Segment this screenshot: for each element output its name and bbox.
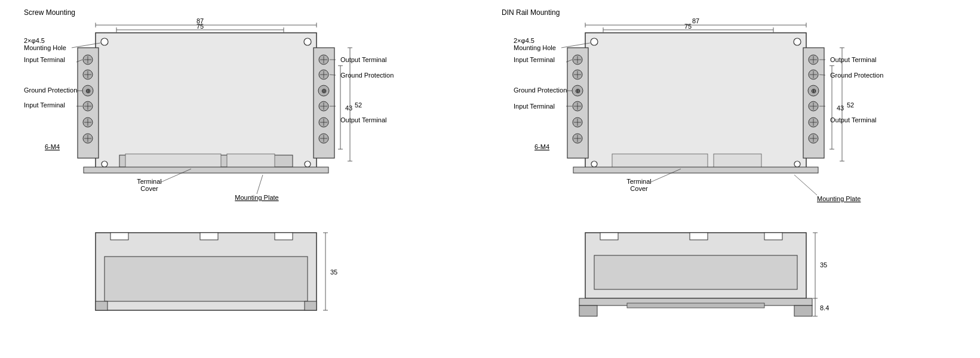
svg-text:⊕: ⊕ [575,87,580,94]
svg-point-41 [305,161,311,167]
svg-rect-117 [612,154,708,169]
label-mounting-hole-left: 2×φ4.5 [24,37,45,44]
label-6m4-right: 6-M4 [534,143,549,150]
svg-rect-144 [764,233,782,240]
label-input-terminal-top-left: Input Terminal [24,56,65,63]
svg-rect-72 [305,301,317,310]
label-ground-protection-left: Ground Protection [24,87,77,94]
screw-mounting-title: Screw Mounting [24,8,75,17]
dim-43-right: 43 [837,104,844,112]
label-terminal-cover2-left: Cover [140,185,158,192]
label-terminal-cover2-right: Cover [630,185,648,192]
label-mounting-plate-right: Mounting Plate [817,195,861,202]
dim-87-right: 87 [692,17,699,24]
dim-35-left: 35 [330,268,337,276]
dim-8-4-right: 8.4 [820,304,829,311]
svg-rect-148 [794,305,812,316]
label-input-terminal-bot-left: Input Terminal [24,101,65,109]
svg-rect-0 [96,33,317,170]
label-ground-protection-right-left: Ground Protection [340,72,394,79]
label-mounting-hole2-right: Mounting Hole [514,44,556,51]
label-input-terminal-bot-right: Input Terminal [514,103,555,110]
svg-rect-143 [690,233,708,240]
dim-43-left: 43 [345,104,352,112]
label-mounting-hole-right: 2×φ4.5 [514,37,534,44]
svg-text:⊕: ⊕ [811,87,816,94]
svg-rect-149 [627,303,764,308]
svg-rect-118 [714,154,761,169]
label-input-terminal-top-right: Input Terminal [514,56,555,63]
din-rail-mounting-title: DIN Rail Mounting [502,8,560,17]
svg-point-38 [101,38,108,45]
label-mounting-hole2-left: Mounting Hole [24,44,66,51]
label-mounting-plate-left: Mounting Plate [235,194,278,201]
svg-rect-69 [275,233,293,240]
svg-point-115 [591,161,597,167]
label-terminal-cover-right: Terminal [626,178,652,185]
svg-rect-76 [585,33,806,170]
svg-point-40 [102,161,107,167]
dim-75-right: 75 [684,23,692,30]
svg-rect-44 [84,167,328,173]
svg-point-39 [304,38,311,45]
svg-point-114 [794,38,801,45]
label-output-terminal-bot-right: Output Terminal [830,116,876,124]
label-output-terminal-top-left: Output Terminal [340,56,386,63]
svg-rect-67 [110,233,128,240]
main-page: Screw Mounting ⊕ ⊕ [0,0,980,358]
label-6m4-left: 6-M4 [45,143,60,150]
label-ground-protection-right: Ground Protection [514,87,567,94]
label-ground-protection-right2: Ground Protection [830,72,883,79]
svg-line-140 [794,175,817,195]
svg-point-113 [591,38,598,45]
svg-rect-147 [579,305,597,316]
svg-rect-71 [96,301,107,310]
svg-rect-43 [227,154,275,169]
svg-rect-119 [573,167,818,173]
dim-52-right: 52 [847,101,854,109]
technical-drawing: Screw Mounting ⊕ ⊕ [0,0,980,358]
svg-rect-142 [600,233,618,240]
dim-75-left: 75 [196,23,204,30]
svg-point-116 [794,161,800,167]
svg-text:⊕: ⊕ [321,87,327,94]
svg-line-65 [257,175,263,194]
svg-rect-42 [125,154,221,169]
svg-rect-145 [594,255,797,289]
label-output-terminal-bot-left: Output Terminal [340,116,386,124]
svg-rect-68 [200,233,218,240]
dim-35-right: 35 [820,261,827,268]
label-output-terminal-top-right: Output Terminal [830,56,876,63]
svg-text:⊕: ⊕ [85,87,91,94]
label-terminal-cover-left: Terminal [137,178,162,185]
svg-rect-70 [105,257,308,301]
dim-52-left: 52 [355,101,362,109]
